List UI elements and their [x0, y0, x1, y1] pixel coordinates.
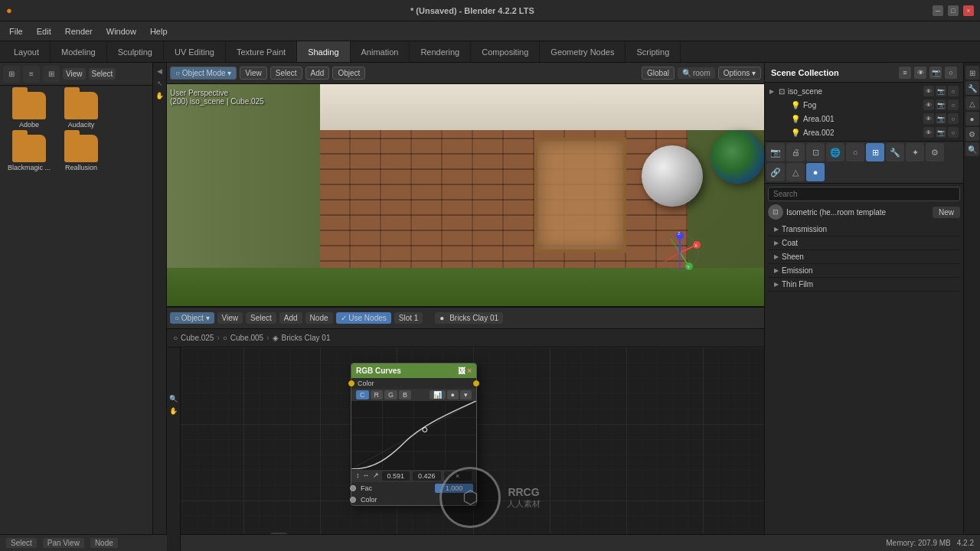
ne-add-btn[interactable]: Add [279, 312, 302, 324]
viewport-global-btn[interactable]: Global [642, 67, 675, 80]
channel-g-btn[interactable]: G [384, 390, 397, 399]
prop-scene-icon[interactable]: 🌐 [826, 143, 844, 161]
channel-r-btn[interactable]: R [371, 390, 384, 399]
strip-icon-4[interactable]: ● [965, 112, 979, 126]
viewport-object-btn[interactable]: Object [332, 67, 365, 80]
menu-render[interactable]: Render [59, 25, 99, 37]
area002-render-icon[interactable]: ○ [948, 127, 959, 138]
prop-view-layer-icon[interactable]: ⊡ [806, 143, 825, 161]
sc-render-icon[interactable]: ○ [945, 67, 957, 79]
viewport-select-btn[interactable]: Select [270, 67, 302, 80]
strip-icon-1[interactable]: ⊞ [965, 66, 979, 80]
ne-hand-icon[interactable]: ✋ [168, 406, 179, 416]
ne-mode-btn[interactable]: ○ Object ▾ [170, 312, 214, 324]
strip-icon-2[interactable]: 🔧 [965, 81, 979, 95]
node-img-icon[interactable]: 🖼 [458, 367, 466, 375]
folder-blackmagic[interactable]: Blackmagic ... [6, 135, 52, 171]
close-button[interactable]: × [963, 5, 974, 16]
tab-scripting[interactable]: Scripting [626, 41, 681, 62]
view-icon[interactable]: ⊞ [3, 66, 20, 83]
prop-data-icon[interactable]: △ [786, 163, 805, 181]
shader-prop-sheen[interactable]: ▶ Sheen [768, 250, 960, 264]
status-select[interactable]: Select [6, 538, 37, 548]
ne-select-btn[interactable]: Select [246, 312, 276, 324]
shader-prop-thin-film[interactable]: ▶ Thin Film [768, 278, 960, 292]
node-dot-btn[interactable]: ● [447, 390, 459, 399]
tab-texture-paint[interactable]: Texture Paint [226, 41, 297, 62]
coord-y-val[interactable]: 0.426 [413, 471, 441, 481]
ne-zoom-icon[interactable]: 🔍 [168, 393, 179, 404]
ne-use-nodes-check[interactable]: ✓ Use Nodes [336, 312, 391, 324]
ne-view-btn[interactable]: View [217, 312, 243, 324]
shader-prop-coat[interactable]: ▶ Coat [768, 236, 960, 250]
maximize-button[interactable]: □ [948, 5, 959, 16]
node-color-out-socket[interactable] [473, 380, 479, 386]
prop-object-icon[interactable]: ⊞ [866, 143, 884, 161]
status-node[interactable]: Node [90, 538, 118, 548]
fac-socket[interactable] [350, 485, 356, 491]
viewport-gizmo[interactable]: X Y Z [657, 230, 703, 276]
node-color-in-socket[interactable] [348, 380, 354, 386]
strip-icon-3[interactable]: △ [965, 96, 979, 110]
ne-slot-btn[interactable]: Slot 1 [394, 312, 423, 324]
tab-shading[interactable]: Shading [297, 41, 350, 62]
prop-output-icon[interactable]: 🖨 [786, 143, 805, 161]
bc-item-1[interactable]: Cube.025 [181, 334, 214, 342]
folder-reallusion[interactable]: Reallusion [58, 135, 104, 171]
prop-render-icon[interactable]: 📷 [766, 143, 785, 161]
area001-eye-icon[interactable]: 👁 [923, 113, 934, 124]
fog-eye-icon[interactable]: 👁 [923, 99, 934, 110]
select-label[interactable]: Select [89, 68, 116, 80]
node-histogram-btn[interactable]: 📊 [430, 390, 446, 399]
menu-help[interactable]: Help [144, 25, 174, 37]
area002-cam-icon[interactable]: 📷 [936, 127, 946, 138]
sc-filter-icon[interactable]: ≡ [899, 67, 911, 79]
fac-input[interactable]: 1.000 [435, 484, 473, 493]
tab-layout[interactable]: Layout [3, 41, 51, 62]
folder-audacity[interactable]: Audacity [58, 92, 104, 129]
tab-geometry-nodes[interactable]: Geometry Nodes [540, 41, 626, 62]
shader-prop-emission[interactable]: ▶ Emission [768, 264, 960, 278]
titlebar-controls[interactable]: ─ □ × [933, 5, 974, 16]
sc-camera-icon[interactable]: 📷 [929, 67, 942, 79]
channel-c-btn[interactable]: C [356, 390, 369, 399]
strip-icon-5[interactable]: ⚙ [965, 127, 979, 141]
prop-new-btn[interactable]: New [933, 207, 960, 218]
minimize-button[interactable]: ─ [933, 5, 943, 16]
menu-edit[interactable]: Edit [31, 25, 57, 37]
view-label[interactable]: View [63, 68, 86, 80]
viewport-add-btn[interactable]: Add [305, 67, 330, 80]
grid-view-icon[interactable]: ⊞ [43, 66, 60, 83]
bc-item-2[interactable]: Cube.005 [230, 334, 263, 342]
mini-arrow-icon[interactable]: ◀ [155, 66, 165, 77]
viewport[interactable]: ○ Object Mode ▾ View Select Add Object G… [167, 63, 764, 308]
prop-physics-icon[interactable]: ⚙ [926, 143, 944, 161]
prop-constraints-icon[interactable]: 🔗 [766, 163, 785, 181]
viewport-search-input[interactable]: room [693, 69, 710, 77]
tab-rendering[interactable]: Rendering [410, 41, 471, 62]
properties-search[interactable] [768, 187, 960, 201]
vis-render-icon[interactable]: ○ [948, 86, 959, 96]
fog-render-icon[interactable]: ○ [948, 99, 959, 110]
color-socket[interactable] [350, 497, 356, 503]
vis-eye-icon[interactable]: 👁 [923, 86, 934, 96]
node-rgb-curves[interactable]: RGB Curves 🖼 × Color C [351, 363, 477, 506]
tab-animation[interactable]: Animation [351, 41, 410, 62]
ne-material-btn[interactable]: ● Bricks Clay 01 [435, 312, 503, 324]
prop-particles-icon[interactable]: ✦ [906, 143, 924, 161]
coord-arrow-2[interactable]: ↔ [363, 471, 370, 481]
folder-adobe[interactable]: Adobe [6, 92, 52, 129]
tab-modeling[interactable]: Modeling [51, 41, 107, 62]
node-close-icon[interactable]: × [467, 367, 472, 375]
area001-cam-icon[interactable]: 📷 [936, 113, 946, 124]
prop-modifier-icon[interactable]: 🔧 [886, 143, 904, 161]
tree-item-area001[interactable]: 💡 Area.001 👁 📷 ○ [779, 112, 962, 126]
vis-camera-icon[interactable]: 📷 [936, 86, 946, 96]
coord-x-val[interactable]: 0.591 [382, 471, 410, 481]
strip-icon-6[interactable]: 🔍 [965, 142, 979, 156]
curve-area[interactable] [351, 401, 476, 470]
tab-compositing[interactable]: Compositing [471, 41, 540, 62]
bc-item-3[interactable]: Bricks Clay 01 [282, 334, 331, 342]
node-expand-btn[interactable]: ▾ [460, 390, 472, 399]
ne-node-btn[interactable]: Node [305, 312, 333, 324]
